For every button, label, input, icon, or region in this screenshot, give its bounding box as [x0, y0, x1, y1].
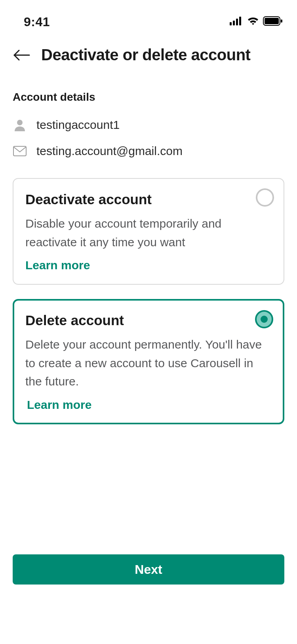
delete-title: Delete account — [25, 312, 272, 328]
back-button[interactable] — [13, 46, 30, 64]
envelope-icon — [13, 144, 27, 158]
svg-rect-3 — [239, 17, 241, 25]
svg-rect-9 — [13, 146, 26, 156]
page-header: Deactivate or delete account — [0, 35, 297, 72]
svg-rect-6 — [281, 19, 282, 23]
page-title: Deactivate or delete account — [41, 46, 250, 64]
footer: Next — [0, 554, 297, 644]
radio-deactivate[interactable] — [256, 188, 274, 207]
person-icon — [13, 118, 27, 132]
battery-icon — [263, 16, 283, 27]
status-indicators — [230, 16, 283, 27]
delete-learn-more-link[interactable]: Learn more — [25, 398, 91, 412]
deactivate-title: Deactivate account — [25, 192, 272, 207]
deactivate-learn-more-link[interactable]: Learn more — [25, 259, 90, 272]
cellular-icon — [230, 17, 243, 27]
svg-rect-5 — [265, 18, 279, 24]
account-username-row: testingaccount1 — [0, 113, 297, 139]
account-email-row: testing.account@gmail.com — [0, 139, 297, 165]
delete-description: Delete your account permanently. You'll … — [25, 335, 272, 391]
account-details-label: Account details — [0, 72, 297, 113]
delete-option-card[interactable]: Delete account Delete your account perma… — [13, 299, 284, 424]
status-time: 9:41 — [24, 15, 50, 29]
svg-rect-2 — [236, 19, 238, 25]
deactivate-description: Disable your account temporarily and rea… — [25, 215, 272, 251]
wifi-icon — [247, 17, 259, 27]
next-button[interactable]: Next — [13, 554, 284, 585]
svg-point-8 — [17, 120, 23, 125]
svg-rect-1 — [233, 21, 235, 25]
svg-rect-0 — [230, 22, 232, 25]
radio-delete[interactable] — [255, 310, 273, 328]
deactivate-option-card[interactable]: Deactivate account Disable your account … — [13, 178, 284, 285]
arrow-left-icon — [13, 49, 30, 61]
account-username: testingaccount1 — [36, 118, 120, 132]
options-container: Deactivate account Disable your account … — [0, 165, 297, 424]
account-email: testing.account@gmail.com — [36, 144, 183, 158]
status-bar: 9:41 — [0, 0, 297, 35]
